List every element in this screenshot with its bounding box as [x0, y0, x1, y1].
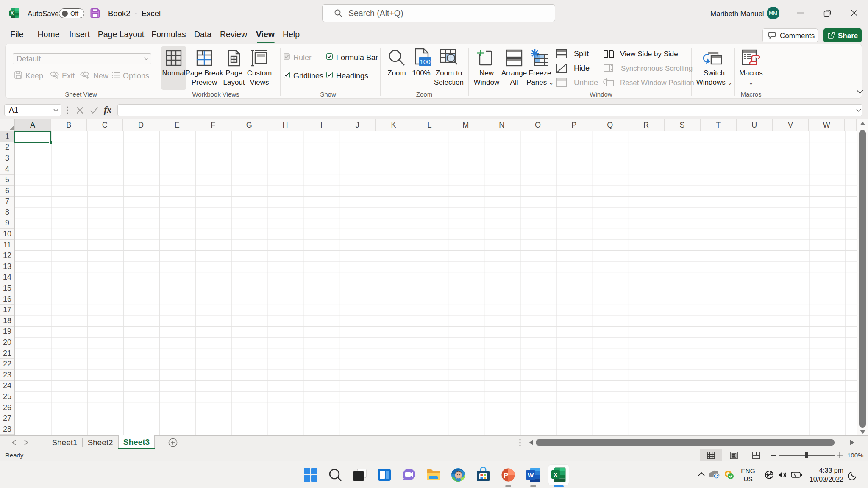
svg-text:X: X: [554, 471, 558, 478]
svg-text:P: P: [504, 471, 508, 480]
svg-text:X: X: [11, 11, 14, 16]
svg-text:W: W: [528, 471, 534, 479]
svg-text:100: 100: [420, 58, 430, 65]
